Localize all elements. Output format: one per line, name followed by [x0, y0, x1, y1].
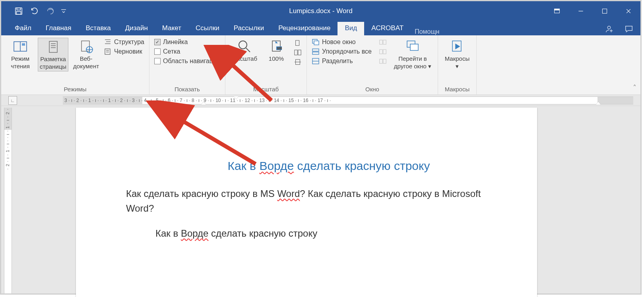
- tab-references[interactable]: Ссылки: [188, 22, 227, 35]
- hanging-indent-marker[interactable]: [201, 102, 206, 104]
- zoom-button[interactable]: Масштаб: [230, 38, 259, 71]
- svg-rect-2: [17, 12, 21, 14]
- close-icon[interactable]: [617, 1, 640, 21]
- minimize-icon[interactable]: [569, 1, 593, 21]
- group-label-views: Режимы: [6, 86, 144, 94]
- checkbox-icon: [154, 48, 161, 55]
- draft-icon: [104, 48, 112, 55]
- ruler-row: ∟ 3 · ı · 2 · ı · 1 · ı · · ı · 1 · ı · …: [1, 95, 640, 106]
- draft-button[interactable]: Черновик: [104, 48, 144, 55]
- group-show: Линейка Сетка Область навигации Показать: [149, 35, 225, 94]
- collapse-ribbon-icon[interactable]: ˄: [633, 83, 636, 92]
- multi-page-icon[interactable]: [294, 49, 302, 56]
- new-window-button[interactable]: Новое окно: [312, 39, 372, 46]
- read-mode-icon: [12, 39, 28, 54]
- svg-rect-15: [49, 41, 57, 52]
- macros-button[interactable]: Макросы▾: [443, 38, 471, 71]
- tab-view[interactable]: Вид: [338, 22, 364, 35]
- outline-button[interactable]: Структура: [104, 39, 144, 46]
- macros-icon: [449, 39, 465, 54]
- svg-line-28: [246, 48, 250, 52]
- maximize-icon[interactable]: [593, 1, 617, 21]
- tab-review[interactable]: Рецензирование: [271, 22, 338, 35]
- page-width-icon[interactable]: [294, 58, 302, 66]
- split-button[interactable]: Разделить: [312, 58, 372, 65]
- right-indent-marker[interactable]: [596, 102, 601, 104]
- side-by-side-icon: [379, 39, 387, 46]
- qat-customize-icon[interactable]: [60, 5, 67, 17]
- checkbox-checked-icon: [154, 39, 161, 45]
- tell-me[interactable]: Помощн: [412, 28, 439, 35]
- vertical-ruler[interactable]: · 2 · ı · 1 · ı · · ı · 1 · ı · 2 ·: [1, 106, 15, 293]
- arrange-all-button[interactable]: Упорядочить все: [312, 48, 372, 55]
- ribbon-tabs: Файл Главная Вставка Дизайн Макет Ссылки…: [1, 21, 640, 35]
- tab-file[interactable]: Файл: [8, 22, 39, 35]
- svg-rect-39: [312, 49, 319, 51]
- svg-rect-45: [380, 50, 382, 54]
- svg-rect-34: [298, 50, 301, 55]
- ribbon-display-options-icon[interactable]: [545, 1, 569, 21]
- doc-paragraph: Как в Ворде сделать красную строку: [155, 226, 502, 241]
- outline-icon: [104, 39, 112, 46]
- switch-windows-icon: [405, 39, 421, 54]
- horizontal-ruler[interactable]: 3 · ı · 2 · ı · 1 · ı · · ı · 1 · ı · 2 …: [63, 96, 633, 104]
- doc-heading: Как в Ворде сделать красную строку: [155, 159, 502, 173]
- ruler-checkbox[interactable]: Линейка: [154, 39, 220, 46]
- svg-rect-44: [383, 40, 386, 44]
- navpane-checkbox[interactable]: Область навигации: [154, 58, 220, 65]
- ruler-ticks: 3 · ı · 2 · ı · 1 · ı · · ı · 1 · ı · 2 …: [63, 97, 633, 104]
- first-line-indent-marker[interactable]: [234, 96, 239, 99]
- svg-rect-43: [380, 40, 382, 44]
- switch-windows-button[interactable]: Перейти вдругое окно ▾: [392, 38, 433, 71]
- one-page-icon[interactable]: [294, 39, 302, 46]
- doc-paragraph: Как сделать красную строку в MS Word? Ка…: [126, 186, 502, 216]
- tab-home[interactable]: Главная: [39, 22, 79, 35]
- svg-rect-32: [296, 40, 299, 46]
- svg-marker-52: [456, 44, 460, 49]
- split-icon: [312, 58, 320, 65]
- gridlines-checkbox[interactable]: Сетка: [154, 48, 220, 55]
- svg-rect-38: [314, 41, 319, 45]
- zoom-100-button[interactable]: 100 100%: [262, 38, 291, 71]
- tab-acrobat[interactable]: ACROBAT: [364, 22, 411, 35]
- svg-rect-7: [602, 9, 607, 13]
- svg-rect-1: [17, 8, 20, 10]
- page[interactable]: Как в Ворде сделать красную строку Как с…: [76, 108, 537, 297]
- read-mode-button[interactable]: Режимчтения: [6, 38, 35, 71]
- group-window: Новое окно Упорядочить все Разделить Пер…: [307, 35, 438, 94]
- comments-icon[interactable]: [625, 25, 633, 35]
- reset-window-icon: [379, 58, 387, 65]
- tab-selector[interactable]: ∟: [8, 96, 17, 105]
- sync-scroll-icon: [379, 48, 387, 55]
- print-layout-button[interactable]: Разметкастраницы: [38, 38, 68, 71]
- web-layout-icon: [78, 39, 94, 54]
- group-label-show: Показать: [154, 86, 220, 94]
- share-icon[interactable]: [605, 25, 613, 35]
- svg-rect-24: [105, 49, 110, 54]
- group-label-window: Окно: [312, 86, 433, 94]
- svg-rect-5: [555, 9, 560, 10]
- tab-design[interactable]: Дизайн: [118, 22, 155, 35]
- titlebar: Lumpics.docx - Word: [1, 1, 640, 21]
- svg-point-27: [239, 41, 247, 49]
- undo-icon[interactable]: [28, 5, 41, 17]
- group-views: Режимчтения Разметкастраницы Веб-докумен…: [1, 35, 149, 94]
- svg-text:100: 100: [277, 47, 282, 50]
- document-area: · 2 · ı · 1 · ı · · ı · 1 · ı · 2 · Как …: [1, 106, 640, 293]
- tab-layout[interactable]: Макет: [155, 22, 188, 35]
- tab-mailings[interactable]: Рассылки: [227, 22, 271, 35]
- quick-access-toolbar: [1, 5, 67, 17]
- new-window-icon: [312, 39, 320, 46]
- group-label-zoom: Масштаб: [230, 86, 302, 94]
- svg-rect-14: [22, 43, 25, 46]
- svg-rect-48: [383, 59, 386, 64]
- svg-rect-33: [295, 50, 297, 55]
- group-label-macros: Макросы: [443, 86, 471, 94]
- redo-icon[interactable]: [44, 5, 57, 17]
- group-macros: Макросы▾ Макросы: [438, 35, 477, 94]
- tab-insert[interactable]: Вставка: [79, 22, 118, 35]
- ribbon: Режимчтения Разметкастраницы Веб-докумен…: [1, 35, 640, 95]
- web-layout-button[interactable]: Веб-документ: [72, 38, 101, 71]
- save-icon[interactable]: [12, 5, 25, 17]
- window-title: Lumpics.docx - Word: [289, 7, 352, 15]
